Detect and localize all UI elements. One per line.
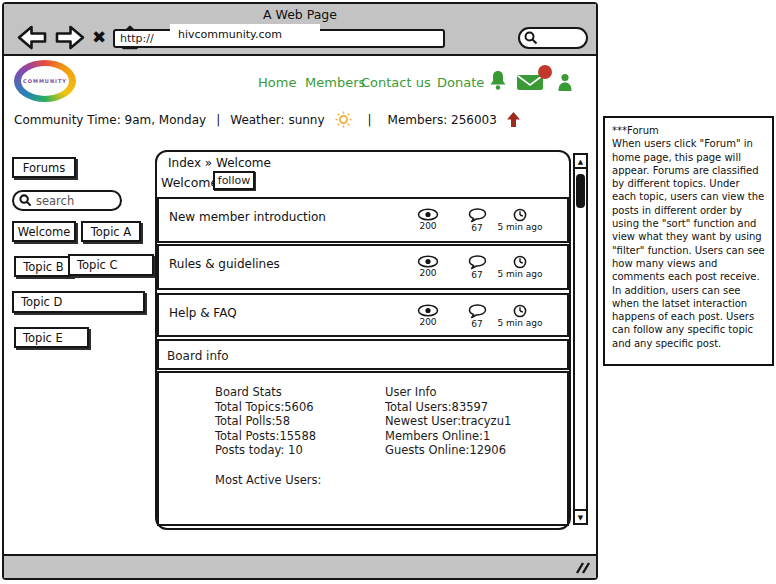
time-stat: 5 min ago — [494, 304, 546, 328]
sidebar-topic-d[interactable]: Topic D — [12, 291, 145, 313]
time-label: 5 min ago — [494, 222, 546, 232]
comment-icon — [468, 255, 487, 270]
board-stats-title: Board Stats — [215, 385, 316, 400]
clock-icon — [513, 255, 527, 269]
post-title: Rules & guidelines — [169, 257, 280, 271]
eye-icon — [417, 208, 439, 221]
stat-line: Guests Online:12906 — [385, 443, 511, 458]
sidebar-search-input[interactable] — [36, 194, 111, 208]
views-count: 200 — [410, 221, 446, 231]
sidebar-topic-a[interactable]: Topic A — [81, 221, 141, 242]
back-button[interactable] — [16, 24, 48, 51]
back-arrow-icon — [16, 24, 48, 51]
url-bar[interactable]: http:// hivcommunity.com — [113, 29, 445, 48]
scroll-up-icon[interactable]: ▲ — [575, 155, 586, 169]
user-icon — [557, 73, 573, 91]
sidebar-search[interactable] — [12, 190, 122, 211]
sidebar-topic-e[interactable]: Topic E — [14, 327, 89, 348]
time-label: 5 min ago — [494, 318, 546, 328]
notifications-button[interactable] — [489, 70, 507, 91]
nav-donate[interactable]: Donate — [437, 75, 484, 90]
sidebar-topic-welcome[interactable]: Welcome — [12, 221, 76, 242]
comments-count: 67 — [459, 223, 495, 233]
section-title: Welcome — [161, 175, 218, 190]
comments-stat: 67 — [459, 304, 495, 329]
time-label: 5 min ago — [494, 269, 546, 279]
close-icon: ✖ — [92, 25, 106, 49]
post-row-help-faq[interactable]: Help & FAQ 200 67 — [157, 293, 569, 337]
post-row-rules-guidelines[interactable]: Rules & guidelines 200 67 — [157, 244, 569, 290]
board-stats-column: Board Stats Total Topics:5606 Total Poll… — [215, 385, 316, 458]
sidebar-topic-b[interactable]: Topic B — [14, 256, 73, 277]
weather-label: Weather: sunny — [230, 113, 324, 127]
community-status-row: Community Time: 9am, Monday | Weather: s… — [14, 111, 520, 128]
views-count: 200 — [410, 268, 446, 278]
comments-count: 67 — [459, 270, 495, 280]
members-count-label: Members: 256003 — [388, 113, 497, 127]
resize-handle-icon[interactable] — [572, 560, 592, 575]
eye-icon — [417, 304, 439, 317]
clock-icon — [513, 208, 527, 222]
nav-members[interactable]: Members — [305, 75, 365, 90]
separator: | — [216, 113, 220, 127]
post-title: Help & FAQ — [169, 306, 237, 320]
forward-arrow-icon — [54, 24, 86, 51]
comments-stat: 67 — [459, 255, 495, 280]
sun-icon — [335, 111, 352, 128]
annotation-title: ***Forum — [612, 124, 765, 137]
stat-line: Total Posts:15588 — [215, 429, 316, 444]
community-logo[interactable]: COMMUNITY — [14, 60, 76, 102]
url-prefix: http:// — [120, 32, 154, 45]
search-icon — [524, 31, 538, 45]
bell-icon — [489, 70, 507, 91]
panel-scrollbar[interactable]: ▲ ▼ — [573, 153, 588, 525]
views-stat: 200 — [410, 255, 446, 278]
sidebar-topic-c[interactable]: Topic C — [68, 254, 154, 276]
forward-button[interactable] — [54, 24, 86, 51]
scroll-down-icon[interactable]: ▼ — [575, 509, 586, 523]
time-stat: 5 min ago — [494, 255, 546, 279]
separator: | — [368, 113, 372, 127]
clock-icon — [513, 304, 527, 318]
board-info-header: Board info — [157, 339, 569, 370]
stat-line: Total Users:83597 — [385, 400, 511, 415]
comment-icon — [468, 208, 487, 223]
views-stat: 200 — [410, 304, 446, 327]
views-stat: 200 — [410, 208, 446, 231]
sidebar-forums-button[interactable]: Forums — [12, 157, 76, 178]
annotation-body: When users click "Forum" in home page, t… — [612, 137, 765, 350]
user-info-column: User Info Total Users:83597 Newest User:… — [385, 385, 511, 458]
comments-stat: 67 — [459, 208, 495, 233]
board-info-label: Board info — [167, 349, 229, 363]
scrollbar-thumb[interactable] — [576, 174, 585, 208]
post-title: New member introduction — [169, 210, 326, 224]
views-count: 200 — [410, 317, 446, 327]
stat-line: Total Topics:5606 — [215, 400, 316, 415]
most-active-users-label: Most Active Users: — [215, 473, 321, 488]
screenshot-root: A Web Page ✖ http:// hiv — [0, 0, 776, 584]
follow-button[interactable]: follow — [213, 171, 255, 190]
breadcrumb[interactable]: Index » Welcome — [168, 156, 271, 170]
annotation-note: ***Forum When users click "Forum" in hom… — [603, 116, 774, 366]
logo-text: COMMUNITY — [21, 66, 69, 96]
nav-home[interactable]: Home — [258, 75, 296, 90]
window-statusbar — [4, 554, 596, 578]
comments-count: 67 — [459, 319, 495, 329]
community-time-label: Community Time: 9am, Monday — [14, 113, 206, 127]
url-input[interactable]: hivcommunity.com — [170, 24, 320, 45]
nav-contact-us[interactable]: Contact us — [361, 75, 431, 90]
browser-window: A Web Page ✖ http:// hiv — [2, 2, 598, 580]
user-info-title: User Info — [385, 385, 511, 400]
unread-badge — [538, 65, 552, 79]
stop-button[interactable]: ✖ — [92, 25, 106, 49]
stat-line: Posts today: 10 — [215, 443, 316, 458]
browser-chrome: A Web Page ✖ http:// hiv — [4, 4, 596, 56]
stat-line: Members Online:1 — [385, 429, 511, 444]
browser-search-field[interactable] — [518, 27, 588, 49]
messages-button[interactable] — [516, 72, 544, 91]
profile-button[interactable] — [557, 73, 573, 91]
stat-line: Total Polls:58 — [215, 414, 316, 429]
stat-line: Newest User:tracyzu1 — [385, 414, 511, 429]
comment-icon — [468, 304, 487, 319]
post-row-new-member-introduction[interactable]: New member introduction 200 67 — [157, 197, 569, 243]
